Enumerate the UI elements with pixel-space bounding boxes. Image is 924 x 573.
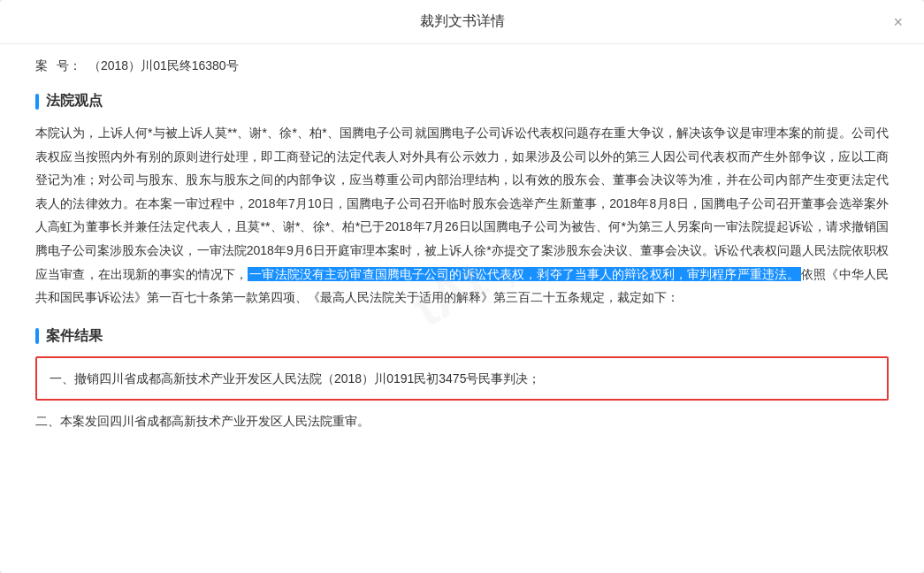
court-view-section-header: 法院观点 xyxy=(35,92,889,111)
close-button[interactable]: × xyxy=(890,11,906,34)
modal-body: 案 号 ： （2018）川01民终16380号 法院观点 本院认为，上诉人何*与… xyxy=(0,44,924,573)
case-sublabel: 号 xyxy=(57,58,69,74)
court-view-title: 法院观点 xyxy=(46,92,103,111)
modal-title: 裁判文书详情 xyxy=(420,12,505,31)
case-label: 案 xyxy=(35,58,53,74)
result-text2: 二、本案发回四川省成都高新技术产业开发区人民法院重审。 xyxy=(35,409,889,433)
court-view-text-part1: 本院认为，上诉人何*与被上诉人莫**、谢*、徐*、柏*、国腾电子公司就国腾电子公… xyxy=(35,126,889,281)
result-box-text: 一、撤销四川省成都高新技术产业开发区人民法院（2018）川0191民初3475号… xyxy=(50,367,874,391)
modal-header: 裁判文书详情 × xyxy=(0,0,924,44)
case-colon: ： xyxy=(69,58,81,74)
case-value: （2018）川01民终16380号 xyxy=(88,58,239,74)
case-number-row: 案 号 ： （2018）川01民终16380号 xyxy=(35,58,889,74)
court-view-section-bar xyxy=(35,94,39,110)
result-section-header: 案件结果 xyxy=(35,327,889,346)
result-section-bar xyxy=(35,328,39,344)
result-box: 一、撤销四川省成都高新技术产业开发区人民法院（2018）川0191民初3475号… xyxy=(35,356,889,401)
court-view-text: 本院认为，上诉人何*与被上诉人莫**、谢*、徐*、柏*、国腾电子公司就国腾电子公… xyxy=(35,121,889,309)
modal-container: tAt , 裁判文书详情 × 案 号 ： （2018）川01民终16380号 法… xyxy=(0,0,924,573)
result-title: 案件结果 xyxy=(46,327,103,346)
court-view-highlight: 一审法院没有主动审查国腾电子公司的诉讼代表权，剥夺了当事人的辩论权利，审判程序严… xyxy=(248,267,801,281)
